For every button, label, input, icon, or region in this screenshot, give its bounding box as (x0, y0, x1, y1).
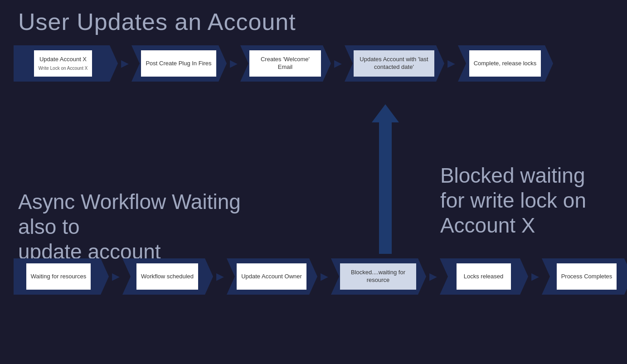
chevron-bg-bstep5: Locks released (440, 258, 528, 295)
chevron-bg-step1: Update Account X Write Lock on Account X (14, 45, 118, 82)
step1-label: Update Account X (39, 56, 87, 63)
blocked-line1: Blocked waiting (440, 164, 585, 187)
page-container: User Updates an Account Update Account X… (0, 0, 627, 364)
arrow-head (372, 104, 399, 122)
chevron-bg-step4: Updates Account with 'last contacted dat… (345, 45, 444, 82)
flow-item-step1: Update Account X Write Lock on Account X (14, 45, 118, 82)
chevron-shape-bstep5: Locks released (440, 258, 528, 295)
chevron-shape-bstep3: Update Account Owner (227, 258, 317, 295)
flow-item-bstep2: Workflow scheduled (122, 258, 213, 295)
step2-label: Post Create Plug In Fires (146, 60, 211, 68)
chevron-shape-bstep4: Blocked....waiting for resource (331, 258, 426, 295)
bstep2-label: Workflow scheduled (141, 273, 194, 281)
chevron-inner-step5: Complete, release locks (469, 50, 541, 77)
flow-item-bstep3: Update Account Owner (227, 258, 317, 295)
chevron-inner-bstep4: Blocked....waiting for resource (340, 263, 416, 290)
chevron-shape-step3: Creates 'Welcome' Email (240, 45, 331, 82)
chevron-inner-bstep5: Locks released (457, 263, 511, 290)
flow-item-step4: Updates Account with 'last contacted dat… (345, 45, 444, 82)
bottom-flow-row: Waiting for resources Workflow scheduled (14, 258, 613, 295)
step1-subtext: Write Lock on Account X (39, 65, 88, 71)
chevron-bg-step5: Complete, release locks (458, 45, 553, 82)
step4-label: Updates Account with 'last contacted dat… (358, 56, 430, 71)
chevron-shape-step1: Update Account X Write Lock on Account X (14, 45, 118, 82)
blocked-waiting-title: Blocked waiting for write lock on Accoun… (440, 163, 586, 238)
chevron-shape-bstep6: Process Completes (542, 258, 627, 295)
blocked-line2: for write lock on (440, 189, 586, 212)
vertical-arrow-blocked (372, 104, 399, 254)
connector-4-5 (444, 57, 458, 70)
chevron-bg-bstep4: Blocked....waiting for resource (331, 258, 426, 295)
flow-item-bstep4: Blocked....waiting for resource (331, 258, 426, 295)
chevron-bg-bstep1: Waiting for resources (14, 258, 109, 295)
chevron-inner-step4: Updates Account with 'last contacted dat… (354, 50, 434, 77)
chevron-inner-step3: Creates 'Welcome' Email (249, 50, 321, 77)
step3-label: Creates 'Welcome' Email (254, 56, 316, 71)
chevron-shape-step5: Complete, release locks (458, 45, 553, 82)
blocked-line3: Account X (440, 214, 535, 237)
chevron-inner-bstep1: Waiting for resources (26, 263, 91, 290)
chevron-inner-bstep2: Workflow scheduled (136, 263, 198, 290)
chevron-bg-bstep3: Update Account Owner (227, 258, 317, 295)
chevron-inner-step2: Post Create Plug In Fires (141, 50, 216, 77)
connector-1-2 (118, 57, 131, 70)
flow-item-bstep1: Waiting for resources (14, 258, 109, 295)
bstep5-label: Locks released (464, 273, 503, 281)
bconnector-2-3 (213, 270, 227, 283)
async-title-line1: Async Workflow Waiting also to (18, 190, 241, 238)
bstep4-label: Blocked....waiting for resource (345, 269, 412, 284)
bconnector-4-5 (426, 270, 440, 283)
bconnector-3-4 (317, 270, 331, 283)
bstep6-label: Process Completes (561, 273, 612, 281)
bconnector-1-2 (109, 270, 122, 283)
chevron-bg-bstep6: Process Completes (542, 258, 627, 295)
chevron-shape-step4: Updates Account with 'last contacted dat… (345, 45, 444, 82)
chevron-bg-step3: Creates 'Welcome' Email (240, 45, 331, 82)
main-title: User Updates an Account (18, 8, 296, 35)
chevron-shape-bstep2: Workflow scheduled (122, 258, 213, 295)
top-flow-row: Update Account X Write Lock on Account X… (14, 45, 613, 82)
connector-2-3 (227, 57, 240, 70)
chevron-inner-bstep6: Process Completes (557, 263, 617, 290)
chevron-bg-step2: Post Create Plug In Fires (131, 45, 227, 82)
step5-label: Complete, release locks (474, 60, 537, 68)
chevron-inner-step1: Update Account X Write Lock on Account X (34, 50, 92, 77)
flow-item-bstep5: Locks released (440, 258, 528, 295)
chevron-shape-bstep1: Waiting for resources (14, 258, 109, 295)
flow-item-step2: Post Create Plug In Fires (131, 45, 227, 82)
chevron-inner-bstep3: Update Account Owner (237, 263, 306, 290)
chevron-bg-bstep2: Workflow scheduled (122, 258, 213, 295)
bconnector-5-6 (528, 270, 542, 283)
flow-item-step5: Complete, release locks (458, 45, 553, 82)
arrow-shaft (379, 122, 392, 254)
chevron-shape-step2: Post Create Plug In Fires (131, 45, 227, 82)
flow-item-bstep6: Process Completes (542, 258, 627, 295)
bstep1-label: Waiting for resources (31, 273, 86, 281)
bstep3-label: Update Account Owner (241, 273, 302, 281)
connector-3-4 (331, 57, 345, 70)
async-workflow-title: Async Workflow Waiting also to update ac… (18, 189, 272, 265)
flow-item-step3: Creates 'Welcome' Email (240, 45, 331, 82)
